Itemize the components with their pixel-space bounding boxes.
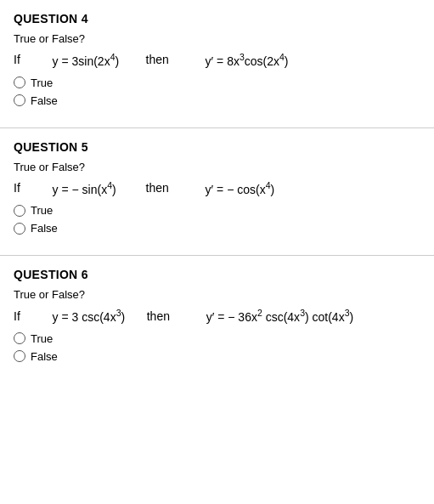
if-label-6: If xyxy=(14,309,31,323)
question-4-true-radio[interactable] xyxy=(14,76,25,88)
question-5-false-option[interactable]: False xyxy=(14,222,420,235)
result-math-5: y′ = − cos(x4) xyxy=(192,180,420,196)
question-4-false-label: False xyxy=(31,94,58,107)
question-6-false-label: False xyxy=(31,350,58,363)
question-4-true-option[interactable]: True xyxy=(14,76,420,89)
question-6-title: QUESTION 6 xyxy=(14,268,420,281)
question-6-equation: If y = 3 csc(4x3) then y′ = − 36x2 csc(4… xyxy=(14,308,420,324)
question-5-prompt: True or False? xyxy=(14,161,420,173)
question-4-equation: If y = 3sin(2x4) then y′ = 8x3cos(2x4) xyxy=(14,52,420,68)
question-5-false-radio[interactable] xyxy=(14,223,25,235)
question-5-equation: If y = − sin(x4) then y′ = − cos(x4) xyxy=(14,180,420,196)
given-math-5: y = − sin(x4) xyxy=(39,180,124,196)
result-math-4: y′ = 8x3cos(2x4) xyxy=(192,52,420,68)
given-math-6: y = 3 csc(4x3) xyxy=(39,308,125,324)
question-6-false-radio[interactable] xyxy=(14,350,25,362)
result-math-6: y′ = − 36x2 csc(4x3) cot(4x3) xyxy=(193,308,420,324)
question-6-block: QUESTION 6 True or False? If y = 3 csc(4… xyxy=(0,256,434,383)
question-4-false-option[interactable]: False xyxy=(14,94,420,107)
question-4-prompt: True or False? xyxy=(14,32,420,45)
question-5-true-label: True xyxy=(31,204,53,217)
question-6-false-option[interactable]: False xyxy=(14,350,420,363)
question-6-true-label: True xyxy=(31,332,53,345)
question-5-false-label: False xyxy=(31,222,58,235)
question-4-true-label: True xyxy=(31,76,53,89)
if-label-5: If xyxy=(14,181,31,195)
question-6-true-option[interactable]: True xyxy=(14,332,420,345)
then-label-4: then xyxy=(132,53,183,66)
then-label-6: then xyxy=(133,309,184,323)
if-label-4: If xyxy=(14,53,31,66)
question-6-true-radio[interactable] xyxy=(14,332,25,344)
question-5-true-option[interactable]: True xyxy=(14,204,420,217)
question-4-block: QUESTION 4 True or False? If y = 3sin(2x… xyxy=(0,0,434,128)
question-6-prompt: True or False? xyxy=(14,288,420,301)
question-4-false-radio[interactable] xyxy=(14,94,25,106)
question-5-true-radio[interactable] xyxy=(14,205,25,217)
question-5-title: QUESTION 5 xyxy=(14,140,420,154)
then-label-5: then xyxy=(132,181,183,195)
question-5-block: QUESTION 5 True or False? If y = − sin(x… xyxy=(0,128,434,257)
question-4-title: QUESTION 4 xyxy=(14,12,420,25)
given-math-4: y = 3sin(2x4) xyxy=(39,52,124,68)
